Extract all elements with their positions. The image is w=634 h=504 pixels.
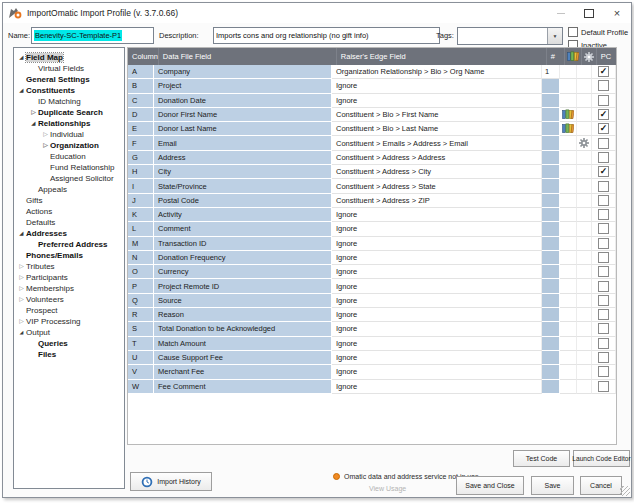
header-pc[interactable]: PC	[597, 48, 617, 65]
re-field-cell[interactable]: Constituent > Bio > Last Name	[332, 122, 542, 136]
data-file-field-cell[interactable]: Transaction ID	[154, 237, 332, 251]
tree-item-education[interactable]: Education	[14, 151, 124, 162]
re-field-cell[interactable]: Constituent > Address > State	[332, 179, 542, 193]
data-file-field-cell[interactable]: Currency	[154, 265, 332, 279]
description-input[interactable]: Imports cons and org relationship (no gi…	[213, 27, 440, 44]
tree-item-fund-relationship[interactable]: Fund Relationship	[14, 162, 124, 173]
table-row[interactable]: UCause Support FeeIgnore	[128, 351, 616, 365]
pc-checkbox[interactable]	[598, 95, 609, 106]
re-field-cell[interactable]: Ignore	[332, 79, 542, 93]
data-file-field-cell[interactable]: State/Province	[154, 179, 332, 193]
column-letter-cell[interactable]: U	[128, 351, 154, 365]
column-letter-cell[interactable]: J	[128, 194, 154, 208]
pc-checkbox[interactable]	[598, 80, 609, 91]
re-field-cell[interactable]: Ignore	[332, 337, 542, 351]
data-file-field-cell[interactable]: Merchant Fee	[154, 365, 332, 379]
tree-item-virtual-fields[interactable]: Virtual Fields	[14, 63, 124, 74]
table-row[interactable]: GAddressConstituent > Address > Address	[128, 151, 616, 165]
pc-checkbox[interactable]	[598, 309, 609, 320]
re-field-cell[interactable]: Ignore	[332, 251, 542, 265]
pc-checkbox[interactable]	[598, 238, 609, 249]
table-row[interactable]: WFee CommentIgnore	[128, 380, 616, 394]
table-row[interactable]: HCityConstituent > Address > City	[128, 165, 616, 179]
name-input[interactable]: Benevity-SC-Template-P1	[31, 27, 154, 44]
tree-expanded-icon[interactable]: ◢	[17, 327, 26, 338]
re-field-cell[interactable]: Constituent > Address > Address	[332, 151, 542, 165]
tree-collapsed-icon[interactable]: ▷	[17, 261, 26, 272]
tree-collapsed-icon[interactable]: ▷	[41, 140, 50, 151]
tree-item-organization[interactable]: ▷Organization	[14, 140, 124, 151]
data-file-field-cell[interactable]: Donor First Name	[154, 108, 332, 122]
table-row[interactable]: RReasonIgnore	[128, 308, 616, 322]
pc-checkbox[interactable]	[598, 281, 609, 292]
re-field-cell[interactable]: Ignore	[332, 294, 542, 308]
tree-collapsed-icon[interactable]: ▷	[17, 283, 26, 294]
column-letter-cell[interactable]: K	[128, 208, 154, 222]
tree-item-constituents[interactable]: ◢Constituents	[14, 85, 124, 96]
data-file-field-cell[interactable]: Fee Comment	[154, 380, 332, 394]
data-file-field-cell[interactable]: City	[154, 165, 332, 179]
tree-item-queries[interactable]: Queries	[14, 338, 124, 349]
tree-expanded-icon[interactable]: ◢	[17, 228, 26, 239]
column-letter-cell[interactable]: N	[128, 251, 154, 265]
test-code-button[interactable]: Test Code	[513, 450, 570, 467]
pc-checkbox[interactable]	[598, 266, 609, 277]
column-letter-cell[interactable]: A	[128, 65, 154, 79]
column-letter-cell[interactable]: L	[128, 222, 154, 236]
re-field-cell[interactable]: Ignore	[332, 237, 542, 251]
table-row[interactable]: OCurrencyIgnore	[128, 265, 616, 279]
tree-item-appeals[interactable]: Appeals	[14, 184, 124, 195]
tree-item-gifts[interactable]: Gifts	[14, 195, 124, 206]
column-letter-cell[interactable]: B	[128, 79, 154, 93]
data-file-field-cell[interactable]: Company	[154, 65, 332, 79]
re-field-cell[interactable]: Ignore	[332, 322, 542, 336]
re-field-cell[interactable]: Ignore	[332, 380, 542, 394]
data-file-field-cell[interactable]: Reason	[154, 308, 332, 322]
re-field-cell[interactable]: Constituent > Emails > Address > Email	[332, 136, 542, 150]
gear-header-icon[interactable]	[582, 48, 597, 65]
tree-item-tributes[interactable]: ▷Tributes	[14, 261, 124, 272]
data-file-field-cell[interactable]: Match Amount	[154, 337, 332, 351]
pc-checkbox[interactable]	[598, 323, 609, 334]
tree-item-id-matching[interactable]: ID Matching	[14, 96, 124, 107]
table-row[interactable]: KActivityIgnore	[128, 208, 616, 222]
re-field-cell[interactable]: Ignore	[332, 222, 542, 236]
close-button[interactable]: ×	[603, 3, 631, 23]
column-letter-cell[interactable]: D	[128, 108, 154, 122]
header-num[interactable]: #	[547, 48, 565, 65]
tree-item-preferred-address[interactable]: Preferred Address	[14, 239, 124, 250]
tree-item-relationships[interactable]: ◢Relationships	[14, 118, 124, 129]
dropdown-arrow-icon[interactable]: ▼	[547, 28, 562, 44]
table-row[interactable]: QSourceIgnore	[128, 294, 616, 308]
maximize-button[interactable]	[575, 3, 603, 23]
pc-checkbox[interactable]	[598, 381, 609, 392]
column-letter-cell[interactable]: W	[128, 380, 154, 394]
pc-checkbox[interactable]	[598, 352, 609, 363]
tree-item-duplicate-search[interactable]: ▷Duplicate Search	[14, 107, 124, 118]
table-row[interactable]: EDonor Last NameConstituent > Bio > Last…	[128, 122, 616, 136]
column-letter-cell[interactable]: T	[128, 337, 154, 351]
dictionary-header-icon[interactable]	[565, 48, 582, 65]
pc-checkbox[interactable]	[598, 123, 609, 134]
table-row[interactable]: TMatch AmountIgnore	[128, 337, 616, 351]
column-letter-cell[interactable]: Q	[128, 294, 154, 308]
pc-checkbox[interactable]	[598, 209, 609, 220]
save-and-close-button[interactable]: Save and Close	[456, 476, 524, 495]
data-file-field-cell[interactable]: Project	[154, 79, 332, 93]
default-profile-checkbox[interactable]: Default Profile	[568, 27, 628, 37]
data-file-field-cell[interactable]: Email	[154, 136, 332, 150]
tree-collapsed-icon[interactable]: ▷	[29, 107, 38, 118]
tree-item-general-settings[interactable]: General Settings	[14, 74, 124, 85]
save-button[interactable]: Save	[531, 476, 574, 495]
tree-item-field-map[interactable]: ◢Field Map	[14, 52, 124, 63]
re-field-cell[interactable]: Ignore	[332, 208, 542, 222]
column-letter-cell[interactable]: R	[128, 308, 154, 322]
pc-checkbox[interactable]	[598, 66, 609, 77]
column-letter-cell[interactable]: S	[128, 322, 154, 336]
tree-item-files[interactable]: Files	[14, 349, 124, 360]
tree-item-addresses[interactable]: ◢Addresses	[14, 228, 124, 239]
table-row[interactable]: MTransaction IDIgnore	[128, 237, 616, 251]
tree-expanded-icon[interactable]: ◢	[17, 52, 26, 63]
header-data-file-field[interactable]: Data File Field	[159, 48, 337, 65]
table-row[interactable]: STotal Donation to be AcknowledgedIgnore	[128, 322, 616, 336]
